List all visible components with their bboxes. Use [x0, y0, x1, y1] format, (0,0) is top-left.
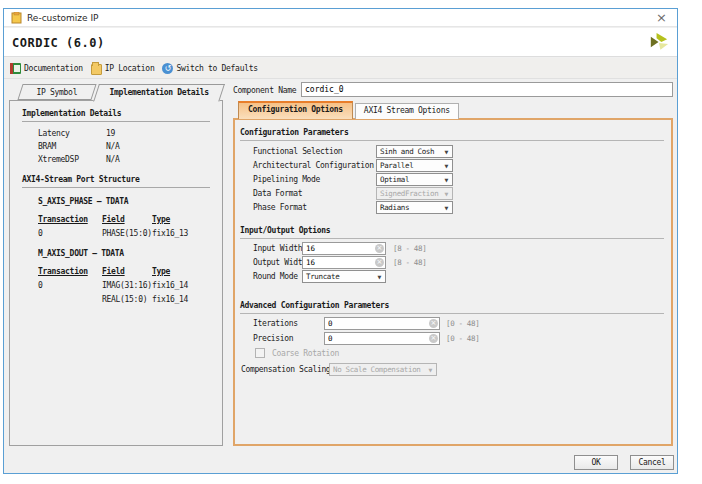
impl-details-section-title: Implementation Details [22, 109, 121, 118]
close-icon[interactable]: × [656, 10, 667, 25]
table-cell: 0 [38, 229, 43, 238]
config-tab-bar: Configuration Options AXI4 Stream Option… [238, 101, 459, 119]
ip-title: CORDIC (6.0) [12, 36, 105, 50]
table-cell: fix16_14 [152, 295, 188, 304]
chevron-down-icon: ▼ [441, 191, 452, 197]
component-name-input[interactable] [301, 82, 673, 97]
config-params-title: Configuration Parameters [240, 128, 348, 137]
clear-icon[interactable]: × [375, 244, 384, 253]
component-name-label: Component Name [233, 86, 296, 95]
chevron-down-icon: ▼ [374, 274, 385, 280]
switch-to-defaults-button[interactable]: ↺ Switch to Defaults [162, 63, 257, 74]
iterations-label: Iterations [253, 319, 298, 328]
iterations-input[interactable] [325, 318, 439, 329]
round-mode-label: Round Mode [253, 272, 298, 281]
phase-format-dropdown[interactable]: Radians ▼ [376, 201, 453, 214]
table-cell: fix16_14 [152, 281, 188, 290]
folder-icon [91, 64, 102, 75]
divider [240, 140, 664, 141]
chevron-down-icon: ▼ [441, 205, 452, 211]
bram-label: BRAM [38, 142, 56, 151]
window-title: Re-customize IP [27, 13, 98, 23]
titlebar: Re-customize IP × [4, 9, 677, 27]
documentation-button[interactable]: Documentation [10, 63, 83, 74]
clear-icon[interactable]: × [429, 334, 438, 343]
book-icon [10, 63, 21, 74]
m-axis-dout-title: M_AXIS_DOUT — TDATA [38, 249, 124, 258]
cancel-button[interactable]: Cancel [630, 455, 674, 470]
iterations-range: [0 - 48] [446, 319, 479, 328]
divider [240, 238, 664, 239]
output-width-field: × [302, 256, 386, 269]
io-options-title: Input/Output Options [240, 226, 330, 235]
compensation-scaling-label: Compensation Scaling [241, 365, 330, 374]
table-cell: 0 [38, 281, 43, 290]
latency-value: 19 [106, 129, 115, 138]
toolbar: Documentation IP Location ↺ Switch to De… [4, 58, 677, 79]
pipelining-mode-dropdown[interactable]: Optimal ▼ [376, 173, 453, 186]
table-cell: IMAG(31:16) [102, 281, 152, 290]
iterations-field: × [324, 317, 440, 330]
output-width-range: [8 - 48] [393, 258, 426, 267]
data-format-dropdown: SignedFraction ▼ [376, 187, 453, 200]
configuration-options-panel: Configuration Parameters Functional Sele… [233, 118, 673, 446]
tab-ip-symbol[interactable]: IP Symbol [17, 84, 96, 100]
refresh-icon: ↺ [162, 63, 173, 74]
recustomize-ip-dialog: Re-customize IP × CORDIC (6.0) Documenta… [3, 8, 678, 474]
col-field: Field [102, 215, 125, 224]
chevron-down-icon: ▼ [441, 149, 452, 155]
table-cell: PHASE(15:0) [102, 229, 152, 238]
divider [240, 313, 664, 314]
ip-location-button[interactable]: IP Location [91, 62, 155, 75]
clear-icon[interactable]: × [375, 258, 384, 267]
architectural-configuration-dropdown[interactable]: Parallel ▼ [376, 159, 453, 172]
xtremedsp-label: XtremeDSP [38, 155, 79, 164]
col-field: Field [102, 267, 125, 276]
s-axis-phase-title: S_AXIS_PHASE — TDATA [38, 197, 128, 206]
col-type: Type [152, 215, 170, 224]
output-width-input[interactable] [303, 257, 385, 268]
table-cell: REAL(15:0) [102, 295, 147, 304]
ip-header: CORDIC (6.0) [4, 28, 677, 57]
divider [22, 187, 210, 188]
ip-customize-icon [11, 12, 22, 24]
functional-selection-dropdown[interactable]: Sinh and Cosh ▼ [376, 145, 453, 158]
col-transaction: Transaction [38, 215, 88, 224]
ok-button[interactable]: OK [574, 455, 618, 470]
advanced-params-title: Advanced Configuration Parameters [240, 301, 389, 310]
chevron-down-icon: ▼ [425, 367, 436, 373]
tab-configuration-options[interactable]: Configuration Options [238, 101, 353, 119]
xilinx-logo-icon [647, 31, 670, 54]
phase-format-label: Phase Format [253, 203, 307, 212]
col-transaction: Transaction [38, 267, 88, 276]
input-width-field: × [302, 242, 386, 255]
chevron-down-icon: ▼ [441, 163, 452, 169]
architectural-configuration-label: Architectural Configuration [253, 161, 374, 170]
tab-implementation-details[interactable]: Implementation Details [93, 84, 225, 102]
clear-icon[interactable]: × [429, 319, 438, 328]
divider [22, 121, 210, 122]
precision-label: Precision [253, 334, 293, 343]
input-width-range: [8 - 48] [393, 244, 426, 253]
implementation-details-panel: Implementation Details Latency 19 BRAM N… [9, 100, 223, 446]
coarse-rotation-checkbox [255, 348, 265, 358]
data-format-label: Data Format [253, 189, 302, 198]
tab-axi4-stream-options[interactable]: AXI4 Stream Options [355, 103, 459, 119]
precision-range: [0 - 48] [446, 334, 479, 343]
chevron-down-icon: ▼ [441, 177, 452, 183]
pipelining-mode-label: Pipelining Mode [253, 175, 320, 184]
xtremedsp-value: N/A [106, 155, 120, 164]
bram-value: N/A [106, 142, 120, 151]
axi-port-section-title: AXI4-Stream Port Structure [22, 175, 139, 184]
round-mode-dropdown[interactable]: Truncate ▼ [302, 270, 386, 283]
functional-selection-label: Functional Selection [253, 147, 342, 156]
col-type: Type [152, 267, 170, 276]
table-cell: fix16_13 [152, 229, 188, 238]
output-width-label: Output Width [253, 258, 307, 267]
latency-label: Latency [38, 129, 70, 138]
precision-input[interactable] [325, 333, 439, 344]
coarse-rotation-label: Coarse Rotation [272, 349, 339, 358]
input-width-label: Input Width [253, 244, 302, 253]
precision-field: × [324, 332, 440, 345]
input-width-input[interactable] [303, 243, 385, 254]
